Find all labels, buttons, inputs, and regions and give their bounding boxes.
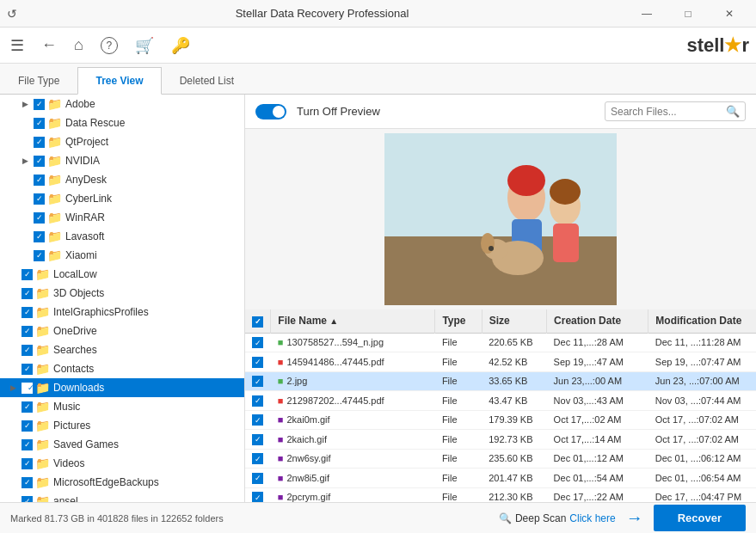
tree-checkbox[interactable]: ✓: [34, 250, 45, 261]
sidebar-item-videos[interactable]: ✓ 📁 Videos: [0, 454, 244, 473]
sidebar-item-data-rescue[interactable]: ✓ 📁 Data Rescue: [0, 113, 244, 132]
sidebar-item-searches[interactable]: ✓ 📁 Searches: [0, 340, 244, 359]
table-row[interactable]: ✓ ■2.jpg File 33.65 KB Jun 23,...:00 AM …: [245, 371, 756, 391]
row-checkbox-cell[interactable]: ✓: [245, 469, 271, 488]
tree-checkbox[interactable]: ✓: [22, 420, 33, 432]
sidebar-item-nvidia[interactable]: ▶ ✓ 📁 NVIDIA: [0, 151, 244, 170]
recover-button[interactable]: Recover: [654, 505, 746, 531]
tab-file-type[interactable]: File Type: [0, 67, 77, 94]
tree-checkbox[interactable]: ✓: [34, 231, 45, 242]
table-row[interactable]: ✓ ■2kaich.gif File 192.73 KB Oct 17,...:…: [245, 430, 756, 450]
col-header-created[interactable]: Creation Date: [547, 309, 648, 333]
row-name: ■2kai0m.gif: [271, 410, 435, 430]
col-header-modified[interactable]: Modification Date: [648, 309, 756, 333]
tree-checkbox[interactable]: ✓: [22, 439, 33, 450]
sidebar-item-music[interactable]: ✓ 📁 Music: [0, 397, 244, 416]
tree-checkbox[interactable]: ✓: [22, 345, 33, 356]
tree-checkbox[interactable]: ✓: [34, 175, 45, 186]
file-table-container: ✓ File Name ▲ Type Size Creation Date Mo…: [245, 309, 756, 502]
row-checkbox-cell[interactable]: ✓: [245, 410, 271, 430]
sidebar-item-saved-games[interactable]: ✓ 📁 Saved Games: [0, 435, 244, 454]
row-checkbox-cell[interactable]: ✓: [245, 371, 271, 391]
maximize-button[interactable]: □: [668, 0, 708, 28]
tree-checkbox[interactable]: ✓: [22, 477, 33, 488]
row-checkbox[interactable]: ✓: [252, 473, 263, 484]
row-checkbox[interactable]: ✓: [252, 434, 263, 445]
tree-checkbox[interactable]: ✓: [22, 496, 33, 503]
row-created: Oct 17,...:14 AM: [547, 430, 648, 450]
sidebar-item-anydesk[interactable]: ✓ 📁 AnyDesk: [0, 170, 244, 189]
tree-checkbox[interactable]: ✓: [22, 401, 33, 413]
tree-checkbox[interactable]: ✓: [22, 269, 33, 280]
tree-checkbox[interactable]: ✓: [22, 383, 33, 394]
tree-checkbox[interactable]: ✓: [22, 288, 33, 299]
col-header-name[interactable]: File Name ▲: [271, 309, 435, 333]
tree-label: Saved Games: [53, 438, 119, 450]
deep-scan-link[interactable]: Click here: [569, 512, 615, 524]
sidebar-item-intelgraphicsprofiles[interactable]: ✓ 📁 IntelGraphicsProfiles: [0, 303, 244, 322]
row-checkbox-cell[interactable]: ✓: [245, 352, 271, 372]
sidebar-item-downloads[interactable]: ▶ ✓ 📁 Downloads: [0, 378, 244, 397]
home-button[interactable]: ⌂: [71, 33, 87, 58]
sidebar-item-adobe[interactable]: ▶ ✓ 📁 Adobe: [0, 95, 244, 113]
tree-checkbox[interactable]: ✓: [22, 326, 33, 337]
sidebar-item-3d-objects[interactable]: ✓ 📁 3D Objects: [0, 284, 244, 303]
tree-checkbox[interactable]: ✓: [22, 458, 33, 469]
row-modified: Oct 17, ...:07:02 AM: [648, 410, 756, 430]
sidebar-item-cyberlink[interactable]: ✓ 📁 CyberLink: [0, 189, 244, 208]
table-row[interactable]: ✓ ■130758527...594_n.jpg File 220.65 KB …: [245, 333, 756, 352]
tree-checkbox[interactable]: ✓: [34, 193, 45, 205]
tree-checkbox[interactable]: ✓: [34, 212, 45, 224]
table-row[interactable]: ✓ ■2nw6sy.gif File 235.60 KB Dec 01,...:…: [245, 449, 756, 469]
tree-checkbox[interactable]: ✓: [34, 118, 45, 129]
table-row[interactable]: ✓ ■2kai0m.gif File 179.39 KB Oct 17,...:…: [245, 410, 756, 430]
minimize-button[interactable]: —: [627, 0, 667, 28]
sidebar-item-microsoftedgebackups[interactable]: ✓ 📁 MicrosoftEdgeBackups: [0, 473, 244, 492]
row-checkbox-cell[interactable]: ✓: [245, 333, 271, 352]
tree-checkbox[interactable]: ✓: [34, 137, 45, 148]
sidebar-item-winrar[interactable]: ✓ 📁 WinRAR: [0, 208, 244, 227]
sidebar-item-contacts[interactable]: ✓ 📁 Contacts: [0, 359, 244, 378]
tree-checkbox[interactable]: ✓: [34, 99, 45, 110]
tree-checkbox[interactable]: ✓: [22, 307, 33, 318]
search-input[interactable]: [611, 106, 722, 118]
col-header-size[interactable]: Size: [482, 309, 546, 333]
tree-checkbox[interactable]: ✓: [22, 364, 33, 375]
row-checkbox[interactable]: ✓: [252, 492, 263, 502]
tree-arrow: [7, 363, 19, 375]
row-checkbox[interactable]: ✓: [252, 453, 263, 464]
row-checkbox-cell[interactable]: ✓: [245, 430, 271, 450]
row-checkbox-cell[interactable]: ✓: [245, 449, 271, 469]
row-checkbox[interactable]: ✓: [252, 395, 263, 407]
sidebar-item-xiaomi[interactable]: ✓ 📁 Xiaomi: [0, 246, 244, 265]
row-checkbox[interactable]: ✓: [252, 414, 263, 426]
tab-tree-view[interactable]: Tree View: [77, 67, 161, 95]
select-all-checkbox[interactable]: ✓: [252, 316, 263, 328]
sidebar-item-pictures[interactable]: ✓ 📁 Pictures: [0, 416, 244, 435]
table-row[interactable]: ✓ ■2pcrym.gif File 212.30 KB Dec 17,...:…: [245, 487, 756, 502]
tree-label: Adobe: [65, 98, 95, 110]
sidebar-item-qtproject[interactable]: ✓ 📁 QtProject: [0, 132, 244, 151]
table-row[interactable]: ✓ ■2nw8i5.gif File 201.47 KB Dec 01,...:…: [245, 469, 756, 488]
key-button[interactable]: 🔑: [168, 33, 194, 58]
help-button[interactable]: ?: [97, 34, 121, 58]
row-checkbox-cell[interactable]: ✓: [245, 391, 271, 411]
col-header-type[interactable]: Type: [435, 309, 482, 333]
row-checkbox[interactable]: ✓: [252, 376, 263, 387]
sidebar-item-locallow[interactable]: ✓ 📁 LocalLow: [0, 265, 244, 284]
cart-button[interactable]: 🛒: [132, 33, 157, 58]
tree-checkbox[interactable]: ✓: [34, 156, 45, 167]
tab-deleted-list[interactable]: Deleted List: [162, 67, 252, 94]
preview-toggle[interactable]: [255, 104, 286, 119]
menu-button[interactable]: ☰: [7, 33, 28, 58]
close-button[interactable]: ✕: [710, 0, 749, 28]
table-row[interactable]: ✓ ■145941486...47445.pdf File 42.52 KB S…: [245, 352, 756, 372]
row-checkbox-cell[interactable]: ✓: [245, 487, 271, 502]
table-row[interactable]: ✓ ■212987202...47445.pdf File 43.47 KB N…: [245, 391, 756, 411]
sidebar-item-onedrive[interactable]: ✓ 📁 OneDrive: [0, 322, 244, 340]
sidebar-item-lavasoft[interactable]: ✓ 📁 Lavasoft: [0, 227, 244, 246]
row-checkbox[interactable]: ✓: [252, 357, 263, 368]
row-checkbox[interactable]: ✓: [252, 337, 263, 348]
sidebar-item-ansel[interactable]: ✓ 📁 ansel: [0, 492, 244, 502]
back-button[interactable]: ←: [38, 33, 60, 58]
